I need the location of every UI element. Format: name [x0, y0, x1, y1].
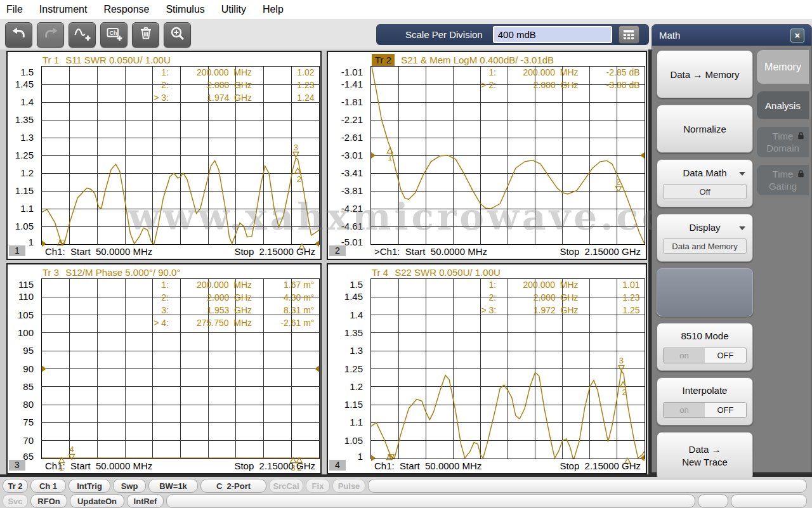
interpolate-toggle[interactable]: onOFF: [663, 402, 747, 418]
y-tick-label: 100: [18, 327, 34, 337]
y-tick-label: -1.81: [341, 96, 363, 107]
y-tick-label: 1.4: [20, 96, 34, 107]
data-math-button[interactable]: Data MathOff: [657, 159, 753, 207]
y-tick-label: 1.3: [20, 132, 34, 143]
y-tick-label: 115: [18, 279, 34, 290]
menu-help[interactable]: Help: [254, 4, 292, 15]
y-tick-label: -3.81: [341, 185, 363, 196]
trace-label[interactable]: Tr 3: [43, 267, 59, 278]
blank-button[interactable]: Data → New Trace: [657, 432, 753, 480]
trace-label[interactable]: Tr 4: [372, 267, 388, 278]
menu-stimulus[interactable]: Stimulus: [157, 4, 213, 15]
8510-mode-button[interactable]: 8510 ModeonOFF: [657, 323, 753, 371]
close-icon[interactable]: ×: [790, 29, 804, 42]
status-srccal: SrcCal: [269, 479, 303, 493]
status-rfon[interactable]: RFOn: [30, 494, 67, 508]
status-svc: Svc: [3, 494, 28, 508]
chevron-down-icon: [739, 226, 745, 230]
status-row-1: Tr 2Ch 1IntTrigSwpBW=1kC 2-PortSrcCalFix…: [3, 479, 809, 493]
scale-per-division-label: Scale Per Division: [405, 29, 483, 40]
interpolate-button[interactable]: InterpolateonOFF: [657, 377, 753, 426]
y-tick-label: 1.15: [344, 399, 363, 410]
status-blank[interactable]: [731, 494, 807, 508]
menu-file[interactable]: File: [0, 4, 31, 15]
x-axis-start-label: Ch1: Start 50.0000 MHz: [45, 460, 152, 471]
menu-instrument[interactable]: Instrument: [31, 4, 96, 15]
status-blank[interactable]: [166, 494, 695, 508]
y-tick-label: 1.4: [350, 309, 363, 320]
keypad-button[interactable]: [619, 25, 639, 44]
y-tick-label: 75: [23, 417, 34, 427]
status-bw-1k[interactable]: BW=1k: [148, 479, 198, 493]
tab-memory[interactable]: Memory: [757, 50, 809, 84]
x-axis-stop-label: Stop 2.15000 GHz: [560, 460, 641, 471]
x-axis-stop-label: Stop 2.15000 GHz: [234, 460, 315, 471]
status-tr-2[interactable]: Tr 2: [3, 479, 28, 493]
status-intref[interactable]: IntRef: [127, 494, 164, 508]
x-axis-stop-label: Stop 2.15000 GHz: [560, 246, 641, 257]
status-swp[interactable]: Swp: [113, 479, 146, 493]
trace-label[interactable]: Tr 2: [372, 54, 395, 66]
y-tick-label: 1.05: [344, 434, 363, 445]
display-button[interactable]: DisplayData and Memory: [657, 214, 753, 262]
status-blank[interactable]: [698, 494, 728, 508]
status-row-2: SvcRFOnUpdateOnIntRef: [3, 494, 809, 508]
status-blank[interactable]: [368, 479, 807, 493]
trace-label[interactable]: Tr 1: [43, 55, 59, 65]
button-label: Interpolate: [683, 385, 728, 396]
y-tick-label: 1.25: [15, 150, 34, 160]
add-trace-button[interactable]: [69, 22, 96, 48]
channel-badge: 4: [329, 460, 346, 471]
y-tick-label: -3.01: [341, 150, 363, 160]
delete-button[interactable]: [132, 22, 159, 48]
8510-mode-toggle[interactable]: onOFF: [663, 348, 747, 363]
menu-response[interactable]: Response: [95, 4, 157, 15]
plot-footer: 4Ch1: Start 50.0000 MHzStop 2.15000 GHz: [328, 458, 646, 473]
ref-level-arrow-right: [640, 152, 645, 159]
status-updateon[interactable]: UpdateOn: [70, 494, 124, 508]
y-tick-label: 85: [23, 381, 34, 391]
marker-number-label: 2: [297, 174, 301, 184]
data-memory-button[interactable]: Data → Memory: [657, 50, 753, 98]
tab-analysis[interactable]: Analysis: [757, 91, 809, 119]
normalize-button[interactable]: Normalize: [657, 105, 753, 153]
zoom-button[interactable]: [164, 22, 191, 48]
plot-grid: 12: [370, 66, 645, 245]
marker-number-label: 4: [69, 445, 74, 454]
math-panel-titlebar: Math ×: [652, 25, 811, 46]
y-tick-label: -4.61: [341, 221, 363, 231]
menu-utility[interactable]: Utility: [213, 4, 254, 15]
math-panel: Math × Data → MemoryNormalizeData MathOf…: [652, 24, 812, 472]
chevron-down-icon: [739, 172, 745, 176]
trace-title-text: S11 SWR 0.050U/ 1.00U: [65, 55, 171, 65]
scale-per-division-bar: Scale Per Division 400 mdB: [376, 24, 649, 45]
marker-number-label: 2: [616, 177, 620, 186]
plot-3: Tr 3S12/M Phase 5.000°/ 90.0°11511010510…: [6, 263, 322, 474]
plot-2: Tr 2S21 & Mem LogM 0.400dB/ -3.01dB-1.01…: [327, 51, 647, 260]
status-inttrig[interactable]: IntTrig: [69, 479, 110, 493]
y-tick-label: 1.25: [344, 363, 363, 374]
zoom-icon: [169, 25, 187, 45]
y-tick-label: 1.35: [344, 327, 363, 337]
status-c-2-port[interactable]: C 2-Port: [200, 479, 266, 493]
undo-button[interactable]: [5, 22, 32, 48]
toggle-on-label: on: [664, 403, 705, 417]
button-label: Data Math: [657, 167, 752, 178]
trace-title-text: S22 SWR 0.050U/ 1.00U: [395, 267, 501, 278]
y-tick-label: 1.45: [344, 291, 363, 302]
marker-symbol: [293, 152, 299, 157]
y-tick-label: 110: [18, 291, 34, 302]
y-tick-label: 1.2: [350, 381, 363, 391]
scale-input[interactable]: 400 mdB: [493, 26, 612, 43]
add-channel-button[interactable]: Ch: [100, 22, 128, 48]
dropdown-value: Data and Memory: [663, 238, 747, 254]
lock-icon: [797, 130, 804, 142]
x-axis-start-label: Ch1: Start 50.0000 MHz: [45, 246, 152, 257]
toolbar-icons: Ch: [5, 22, 191, 48]
channel-badge: 3: [9, 460, 25, 471]
y-tick-label: 1.3: [350, 345, 363, 356]
marker-symbol: [619, 365, 624, 370]
status-ch-1[interactable]: Ch 1: [30, 479, 66, 493]
y-tick-label: 1.5: [20, 67, 34, 77]
y-tick-label: 90: [23, 363, 34, 374]
